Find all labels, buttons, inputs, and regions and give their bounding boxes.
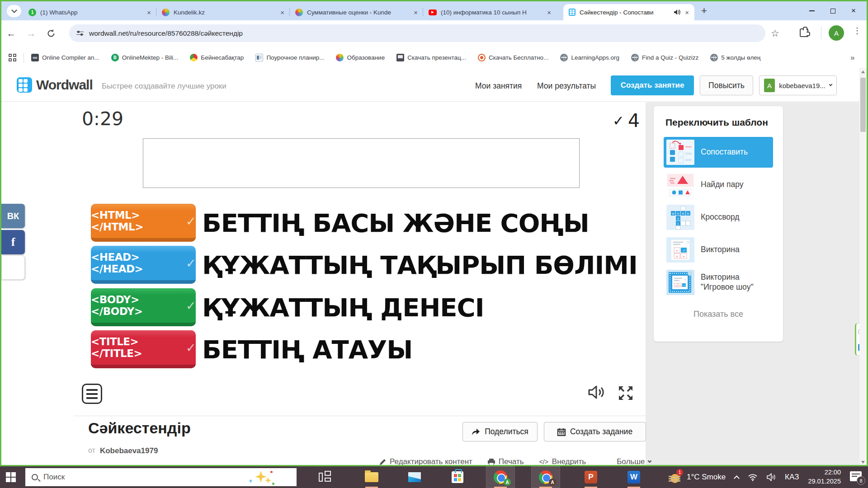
- start-button[interactable]: [0, 466, 22, 488]
- back-button[interactable]: ←: [1, 28, 21, 39]
- embed-link[interactable]: </> Внедрить: [539, 457, 586, 466]
- template-item-find-pair[interactable]: Найди пару: [664, 169, 773, 200]
- weather-widget[interactable]: 1 1°C Smoke: [669, 470, 726, 484]
- page-scrollbar[interactable]: [859, 68, 867, 466]
- window-close-button[interactable]: ×: [843, 1, 864, 20]
- user-menu[interactable]: A kobebaeva19...: [759, 75, 837, 95]
- game-menu-button[interactable]: [82, 384, 102, 404]
- more-link[interactable]: Больше: [617, 457, 651, 466]
- new-tab-button[interactable]: +: [701, 5, 707, 17]
- bookmark-onlinemektep[interactable]: BOnlineMektep - Bili...: [111, 54, 179, 61]
- tab-summative[interactable]: Суммативные оценки - Kunde ×: [290, 4, 423, 20]
- title-tag-card[interactable]: <TITLE></TITLE> ✓: [91, 330, 196, 368]
- site-info-icon[interactable]: [76, 31, 84, 36]
- tab-search-button[interactable]: [7, 5, 21, 17]
- share-button[interactable]: Поделиться: [462, 422, 538, 441]
- word-button[interactable]: W: [619, 466, 648, 488]
- bookmark-label: Online Compiler an...: [42, 54, 99, 61]
- bookmark-learningapps[interactable]: LearningApps.org: [560, 54, 619, 61]
- close-icon[interactable]: ×: [280, 9, 284, 16]
- browser-menu-icon[interactable]: ⋮: [853, 26, 861, 36]
- bookmark-online-compiler[interactable]: IDEOnline Compiler an...: [31, 54, 99, 61]
- pair-row: <BODY></BODY> ✓ ҚҰЖАТТЫҢ ДЕНЕСІ: [91, 288, 484, 326]
- powerpoint-button[interactable]: P: [576, 466, 605, 488]
- show-all-link[interactable]: Показать все: [664, 310, 773, 319]
- tray-expand-icon[interactable]: [734, 475, 740, 481]
- reload-button[interactable]: [41, 29, 61, 38]
- close-icon[interactable]: ×: [414, 9, 418, 16]
- task-view-button[interactable]: [319, 471, 331, 483]
- language-indicator[interactable]: КАЗ: [785, 473, 799, 482]
- author-name[interactable]: Kobebaeva1979: [100, 446, 158, 455]
- volume-icon[interactable]: [767, 473, 776, 481]
- template-item-match[interactable]: Сопоставить: [664, 137, 773, 168]
- bookmark-beinesabaktar[interactable]: Бейнесабақтар: [190, 54, 244, 61]
- create-activity-button[interactable]: Создать занятие: [611, 75, 694, 95]
- profile-avatar[interactable]: A: [829, 25, 844, 41]
- scroll-up-arrow[interactable]: [861, 70, 865, 73]
- nav-my-activities[interactable]: Мои занятия: [475, 81, 522, 91]
- forward-button[interactable]: →: [21, 28, 41, 39]
- bookmark-besplatno[interactable]: Скачать Бесплатно...: [478, 54, 548, 61]
- search-highlights-icon[interactable]: [247, 470, 274, 484]
- weather-text: 1°C Smoke: [687, 473, 726, 482]
- close-icon[interactable]: ×: [685, 9, 689, 16]
- head-tag-card[interactable]: <HEAD></HEAD> ✓: [91, 246, 196, 284]
- microsoft-store-button[interactable]: [443, 466, 472, 488]
- calendar-icon: [557, 428, 566, 436]
- powerpoint-icon: P: [585, 471, 597, 483]
- wordwall-logo[interactable]: Wordwall: [17, 77, 93, 93]
- extensions-icon[interactable]: [800, 28, 808, 37]
- apps-grid-icon[interactable]: [9, 54, 16, 61]
- template-item-gameshow-quiz[interactable]: ?××✓ Викторина "Игровое шоу": [664, 267, 773, 298]
- scroll-down-arrow[interactable]: [861, 461, 865, 464]
- tag-label: <HEAD></HEAD>: [91, 251, 184, 275]
- file-explorer-button[interactable]: [357, 466, 386, 488]
- create-assignment-button[interactable]: Создать задание: [544, 422, 646, 441]
- body-tag-card[interactable]: <BODY></BODY> ✓: [91, 288, 196, 326]
- bookmarks-overflow-icon[interactable]: »: [850, 53, 854, 62]
- maximize-button[interactable]: [822, 1, 843, 20]
- bookmark-label: Бейнесабақтар: [201, 54, 244, 61]
- globe-icon: [560, 54, 568, 61]
- tab-wordwall-active[interactable]: Сәйкестендір - Сопостави ×: [563, 4, 694, 20]
- bookmark-obrazovanie[interactable]: Образование: [336, 54, 385, 61]
- minimize-button[interactable]: [802, 1, 822, 20]
- close-icon[interactable]: ×: [147, 9, 151, 16]
- address-bar[interactable]: wordwall.net/ru/resource/85760288/сәйкес…: [69, 24, 765, 42]
- chrome-profile1-button[interactable]: A: [486, 466, 515, 488]
- upgrade-button[interactable]: Повысить: [700, 75, 753, 95]
- taskbar-search[interactable]: Поиск: [25, 468, 297, 486]
- template-item-crossword[interactable]: WORDAL Кроссворд: [664, 202, 773, 233]
- search-icon: [32, 474, 38, 480]
- html-tag-card[interactable]: <HTML></HTML> ✓: [91, 204, 196, 242]
- embed-code-button[interactable]: </>: [1, 255, 25, 280]
- tab-audio-icon[interactable]: [674, 9, 681, 15]
- url-text[interactable]: wordwall.net/ru/resource/85760288/сәйкес…: [89, 29, 243, 38]
- answer-drop-zone[interactable]: [143, 138, 580, 188]
- print-link[interactable]: Печать: [488, 457, 524, 466]
- bookmark-quizizz[interactable]: Find a Quiz - Quizizz: [631, 54, 698, 61]
- taskbar-clock[interactable]: 22:00 29.01.2025: [808, 468, 841, 486]
- fullscreen-icon[interactable]: [617, 385, 634, 402]
- sound-icon[interactable]: [588, 385, 605, 400]
- template-item-quiz[interactable]: ?×✓×× Викторина: [664, 235, 773, 265]
- bookmark-prezentacii[interactable]: Скачать презентац...: [396, 54, 466, 61]
- wifi-icon[interactable]: [748, 473, 758, 481]
- tab-youtube[interactable]: (10) информатика 10 сынып Н ×: [423, 4, 557, 20]
- close-icon[interactable]: ×: [547, 9, 551, 16]
- chrome-profile2-button[interactable]: A: [531, 466, 560, 488]
- mail-button[interactable]: [400, 466, 429, 488]
- tab-whatsapp[interactable]: 1 (1) WhatsApp ×: [23, 4, 156, 20]
- edit-content-link[interactable]: Редактировать контент: [379, 457, 472, 466]
- tab-kundelik[interactable]: Kundelik.kz ×: [156, 4, 290, 20]
- notification-center-button[interactable]: 8: [850, 471, 863, 483]
- scrollbar-thumb[interactable]: [860, 78, 866, 132]
- bookmark-pourochnoe[interactable]: Поурочное планир...: [255, 54, 324, 61]
- bookmark-star-icon[interactable]: ☆: [771, 28, 779, 39]
- vk-share-button[interactable]: ВК: [1, 204, 25, 228]
- bookmark-5-zholdy[interactable]: 5 жолды өлең: [710, 54, 760, 61]
- facebook-share-button[interactable]: f: [1, 230, 25, 254]
- share-label: Поделиться: [485, 427, 528, 436]
- nav-my-results[interactable]: Мои результаты: [537, 81, 596, 91]
